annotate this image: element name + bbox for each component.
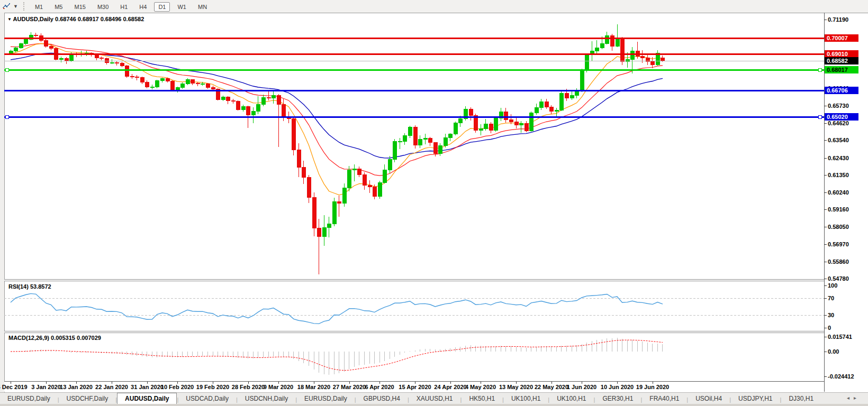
rsi-tick-mark [824, 328, 827, 328]
date-axis: 25 Dec 20193 Jan 202013 Jan 202022 Jan 2… [4, 382, 824, 392]
chart-tab-usdcnh-daily[interactable]: USDCNH,Daily [238, 393, 295, 404]
price-tick-mark [824, 123, 827, 124]
macd-chart-canvas [4, 333, 824, 381]
timeframe-button-w1[interactable]: W1 [173, 2, 191, 12]
level-line-handle[interactable] [5, 68, 9, 72]
date-label: 18 Mar 2020 [297, 384, 330, 390]
price-tick-label: 0.56970 [828, 241, 849, 248]
date-label: 4 May 2020 [465, 384, 496, 390]
date-label: 3 Jan 2020 [31, 384, 61, 390]
timeframe-button-d1[interactable]: D1 [154, 2, 170, 12]
chart-tab-fra40-h1[interactable]: FRA40,H1 [642, 393, 686, 404]
rsi-tick-label: 0 [828, 325, 831, 331]
date-label: 31 Jan 2020 [131, 384, 164, 390]
level-line-0.69010[interactable] [4, 53, 824, 55]
price-tick-label: 0.61350 [828, 172, 849, 179]
chart-tab-usdchf-daily[interactable]: USDCHF,Daily [59, 393, 116, 404]
chart-tab-uk100-h1[interactable]: UK100,H1 [549, 393, 593, 404]
price-tick-mark [824, 158, 827, 159]
date-label: 22 May 2020 [535, 384, 568, 390]
macd-signal-line [11, 340, 663, 370]
macd-histogram [11, 338, 663, 375]
date-label: 13 Jan 2020 [60, 384, 93, 390]
chart-tab-ger30-h1[interactable]: GER30,H1 [595, 393, 640, 404]
rsi-tick-mark [824, 315, 827, 316]
chart-tab-eurusd-daily[interactable]: EURUSD,Daily [297, 393, 355, 404]
level-line-0.66706[interactable] [4, 90, 824, 91]
rsi-tick-label: 30 [828, 312, 834, 319]
date-label: 25 Dec 2019 [0, 384, 28, 390]
timeframe-button-mn[interactable]: MN [194, 2, 211, 12]
rsi-tick-label: 70 [828, 295, 834, 302]
timeframe-button-m1[interactable]: M1 [31, 2, 47, 12]
tab-scroll-right-icon[interactable]: ▸ [854, 395, 861, 401]
charts-toolbar-icon[interactable] [2, 2, 11, 11]
current-price-line [4, 61, 824, 61]
macd-tick-label: -0.024412 [828, 373, 854, 380]
rsi-indicator-label: RSI(14) 53.8572 [8, 283, 51, 290]
macd-indicator-label: MACD(12,26,9) 0.005315 0.007029 [8, 335, 101, 341]
chart-tab-eurusd-daily[interactable]: EURUSD,Daily [0, 393, 58, 404]
price-level-badge: 0.65020 [825, 113, 858, 121]
chart-tab-gbpusd-h4[interactable]: GBPUSD,H4 [356, 393, 408, 404]
trading-platform-window: ▼ M1M5M15M30H1H4D1W1MN ▼ AUDUSD,Daily 0.… [0, 0, 868, 406]
date-label: 15 Apr 2020 [399, 384, 431, 390]
macd-tick-label: 0.00 [828, 348, 839, 355]
toolbar-grip-handle[interactable] [23, 2, 26, 11]
toolbar-left-group: ▼ [0, 2, 29, 11]
level-line-0.65020[interactable] [4, 116, 824, 118]
date-label: 9 Mar 2020 [264, 384, 293, 390]
moving-averages [11, 43, 663, 195]
date-label: 6 Apr 2020 [365, 384, 394, 390]
level-line-handle[interactable] [818, 68, 822, 72]
timeframe-button-m15[interactable]: M15 [70, 2, 89, 12]
rsi-chart-canvas [4, 281, 824, 331]
timeframe-button-m5[interactable]: M5 [50, 2, 67, 12]
date-label: 19 Jun 2020 [636, 384, 669, 390]
timeframe-button-h4[interactable]: H4 [135, 2, 151, 12]
rsi-tick-mark [824, 298, 827, 299]
date-label: 28 Feb 2020 [232, 384, 265, 390]
chart-tab-usdjpy-h1[interactable]: USDJPY,H1 [731, 393, 780, 404]
window-bottom-edge [0, 404, 868, 406]
price-level-badge: 0.70007 [825, 34, 858, 42]
macd-tick-mark [824, 337, 827, 337]
price-tick-mark [824, 244, 827, 245]
price-tick-mark [824, 20, 827, 20]
rsi-tick-label: 100 [828, 282, 837, 289]
level-line-0.68017[interactable] [4, 69, 824, 71]
tab-scroll-left-icon[interactable]: ◂ [847, 395, 854, 401]
chart-tab-dj30-h1[interactable]: DJ30,H1 [781, 393, 821, 404]
chevron-down-icon[interactable]: ▼ [13, 4, 18, 9]
timeframe-button-h1[interactable]: H1 [116, 2, 132, 12]
price-tick-label: 0.63540 [828, 137, 849, 144]
candles [9, 24, 665, 274]
price-level-badge: 0.68017 [825, 66, 858, 73]
chart-tab-uk100-h1[interactable]: UK100,H1 [504, 393, 548, 404]
chart-tab-hk50-h1[interactable]: HK50,H1 [462, 393, 502, 404]
price-tick-mark [824, 192, 827, 193]
macd-tick-label: 0.015741 [828, 334, 852, 340]
price-tick-mark [824, 279, 827, 279]
chart-tab-audusd-daily[interactable]: AUDUSD,Daily [117, 393, 177, 405]
macd-tick-mark [824, 352, 827, 352]
timeframe-toolbar: ▼ M1M5M15M30H1H4D1W1MN [0, 0, 868, 13]
price-tick-mark [824, 227, 827, 227]
price-tick-label: 0.62430 [828, 155, 849, 162]
macd-tick-mark [824, 376, 827, 377]
chart-tab-usoil-h4[interactable]: USOil,H4 [688, 393, 729, 404]
timeframe-button-m30[interactable]: M30 [93, 2, 113, 12]
price-chart-canvas [4, 13, 824, 279]
price-tick-label: 0.59160 [828, 206, 849, 213]
price-tick-mark [824, 106, 827, 106]
price-tick-label: 0.58050 [828, 224, 849, 230]
date-label: 10 Feb 2020 [161, 384, 194, 390]
chart-tab-xauusd-h1[interactable]: XAUUSD,H1 [409, 393, 460, 404]
date-label: 1 Jun 2020 [567, 384, 596, 390]
level-line-handle[interactable] [5, 115, 9, 119]
price-tick-label: 0.55860 [828, 259, 849, 265]
chart-tab-usdcad-daily[interactable]: USDCAD,Daily [178, 393, 236, 404]
date-label: 22 Jan 2020 [95, 384, 128, 390]
level-line-handle[interactable] [818, 115, 822, 119]
level-line-0.70007[interactable] [4, 38, 824, 39]
